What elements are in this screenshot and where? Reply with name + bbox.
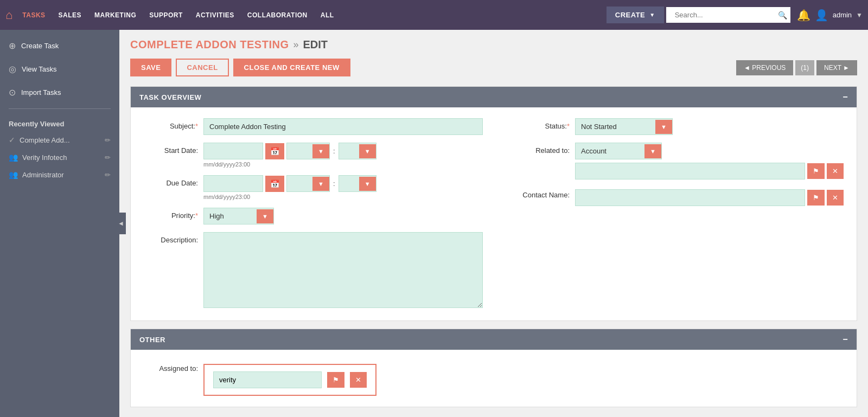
nav-tasks[interactable]: TASKS	[17, 8, 50, 22]
nav-activities[interactable]: ACTIVITIES	[190, 8, 240, 22]
sidebar-wrapper: ⊕ Create Task ◎ View Tasks ⊙ Import Task…	[0, 30, 119, 417]
create-dropdown-arrow: ▼	[649, 12, 655, 18]
assigned-to-input[interactable]	[213, 371, 322, 388]
import-tasks-icon: ⊙	[9, 87, 16, 98]
task-overview-collapse-icon[interactable]: −	[843, 92, 848, 102]
contact-name-select-button[interactable]: ⚑	[807, 190, 825, 206]
start-time-min[interactable]	[339, 143, 359, 159]
task-overview-title: TASK OVERVIEW	[139, 93, 201, 101]
related-to-select-button[interactable]: ⚑	[807, 163, 825, 179]
recent-item-group-icon-1: 👥	[9, 153, 18, 162]
start-date-calendar-button[interactable]: 📅	[265, 143, 284, 159]
related-to-ref-row: ⚑ ✕	[575, 163, 844, 179]
related-to-select[interactable]: Account Contact Lead	[576, 143, 644, 159]
pagination-controls: ◄ PREVIOUS (1) NEXT ►	[736, 60, 857, 75]
status-label: Status:*	[515, 118, 570, 130]
nav-all[interactable]: ALL	[315, 8, 340, 22]
start-time-hour-wrap: ▼	[286, 143, 330, 159]
home-icon[interactable]: ⌂	[5, 8, 12, 22]
assigned-to-control: ⚑ ✕	[203, 361, 844, 396]
sidebar-collapse-button[interactable]: ◄	[116, 213, 126, 234]
recent-item-edit-icon-1[interactable]: ✏	[105, 136, 111, 144]
create-button[interactable]: CREATE ▼	[607, 7, 664, 23]
nav-collaboration[interactable]: COLLABORATION	[242, 8, 313, 22]
nav-marketing[interactable]: MARKETING	[89, 8, 142, 22]
sidebar-recent-verity-infotech[interactable]: 👥 Verity Infotech ✏	[0, 149, 119, 166]
user-avatar-icon[interactable]: 👤	[815, 9, 828, 22]
other-panel: OTHER − Assigned to: ⚑ ✕	[130, 329, 857, 407]
action-bar: SAVE CANCEL CLOSE AND CREATE NEW ◄ PREVI…	[130, 59, 857, 76]
save-button[interactable]: SAVE	[130, 59, 171, 76]
start-hour-dropdown-arrow[interactable]: ▼	[312, 144, 329, 158]
sidebar-recent-complete-addon[interactable]: ✓ Complete Add... ✏	[0, 131, 119, 149]
task-form-grid: Subject:* Start Date:	[144, 118, 844, 310]
recent-item-edit-icon-3[interactable]: ✏	[105, 171, 111, 179]
due-time-hour[interactable]	[287, 176, 312, 191]
content-area: COMPLETE ADDON TESTING » EDIT SAVE CANCE…	[119, 30, 868, 417]
contact-name-label: Contact Name:	[515, 187, 570, 199]
nav-support[interactable]: SUPPORT	[144, 8, 188, 22]
due-date-calendar-button[interactable]: 📅	[265, 176, 284, 192]
due-min-dropdown-arrow[interactable]: ▼	[359, 177, 376, 191]
contact-name-ref-row: ⚑ ✕	[575, 189, 844, 206]
status-row: Status:* Not Started In Progress Complet…	[515, 118, 844, 135]
contact-name-input[interactable]	[575, 189, 805, 206]
priority-control: High Medium Low ▼	[203, 208, 483, 224]
other-title: OTHER	[139, 336, 165, 344]
breadcrumb-edit: EDIT	[303, 39, 328, 51]
status-select[interactable]: Not Started In Progress Completed Pendin…	[576, 119, 655, 134]
related-to-clear-button[interactable]: ✕	[827, 163, 844, 179]
nav-icons: 🔔 👤 admin ▼	[797, 9, 863, 22]
breadcrumb-separator: »	[293, 39, 298, 50]
due-hour-dropdown-arrow[interactable]: ▼	[312, 177, 329, 191]
subject-input[interactable]	[203, 118, 483, 135]
related-to-dropdown-arrow[interactable]: ▼	[644, 144, 661, 158]
start-date-row: Start Date: 📅	[144, 143, 483, 168]
description-textarea[interactable]	[203, 232, 483, 308]
recent-item-edit-icon-2[interactable]: ✏	[105, 153, 111, 162]
start-time-hour[interactable]	[287, 143, 312, 159]
task-overview-header: TASK OVERVIEW −	[131, 87, 857, 107]
other-body: Assigned to: ⚑ ✕	[131, 350, 857, 407]
contact-name-clear-button[interactable]: ✕	[827, 190, 844, 206]
assigned-to-select-button[interactable]: ⚑	[327, 372, 344, 388]
main-wrap: ⊕ Create Task ◎ View Tasks ⊙ Import Task…	[0, 30, 868, 417]
subject-control	[203, 118, 483, 135]
start-min-dropdown-arrow[interactable]: ▼	[359, 144, 376, 158]
sidebar-item-import-tasks[interactable]: ⊙ Import Tasks	[0, 81, 119, 104]
record-count: (1)	[795, 60, 814, 75]
contact-name-row: Contact Name: ⚑ ✕	[515, 187, 844, 206]
close-and-create-new-button[interactable]: CLOSE AND CREATE NEW	[233, 59, 350, 76]
cancel-button[interactable]: CANCEL	[176, 59, 228, 76]
start-date-input[interactable]	[203, 143, 263, 159]
other-collapse-icon[interactable]: −	[843, 335, 848, 344]
due-date-control: 📅 ▼ :	[203, 175, 483, 200]
due-date-input[interactable]	[203, 175, 263, 192]
due-time-min[interactable]	[339, 176, 359, 191]
due-time-colon: :	[332, 179, 336, 188]
breadcrumb: COMPLETE ADDON TESTING » EDIT	[130, 39, 857, 51]
previous-button[interactable]: ◄ PREVIOUS	[736, 60, 793, 75]
sidebar-item-view-tasks[interactable]: ◎ View Tasks	[0, 57, 119, 81]
status-dropdown-arrow[interactable]: ▼	[655, 120, 672, 134]
description-label: Description:	[144, 232, 198, 244]
recent-item-complete-addon-label: Complete Add...	[20, 136, 100, 144]
top-navigation: ⌂ TASKS SALES MARKETING SUPPORT ACTIVITI…	[0, 0, 868, 30]
sidebar-item-view-tasks-label: View Tasks	[22, 65, 57, 73]
priority-row: Priority:* High Medium Low	[144, 208, 483, 224]
recent-item-check-icon: ✓	[9, 136, 15, 144]
due-time-min-wrap: ▼	[339, 175, 376, 192]
sidebar-item-create-task[interactable]: ⊕ Create Task	[0, 34, 119, 57]
notifications-icon[interactable]: 🔔	[797, 9, 810, 22]
nav-sales[interactable]: SALES	[53, 8, 87, 22]
priority-required: *	[195, 211, 198, 220]
sidebar-recent-administrator[interactable]: 👥 Administrator ✏	[0, 166, 119, 183]
priority-select[interactable]: High Medium Low	[204, 208, 257, 224]
assigned-to-clear-button[interactable]: ✕	[350, 372, 367, 388]
form-right-col: Status:* Not Started In Progress Complet…	[505, 118, 844, 310]
related-to-ref-input[interactable]	[575, 163, 805, 179]
priority-dropdown-arrow[interactable]: ▼	[257, 209, 273, 223]
admin-dropdown-icon[interactable]: ▼	[856, 11, 863, 19]
search-input[interactable]	[669, 7, 778, 23]
next-button[interactable]: NEXT ►	[816, 60, 857, 75]
